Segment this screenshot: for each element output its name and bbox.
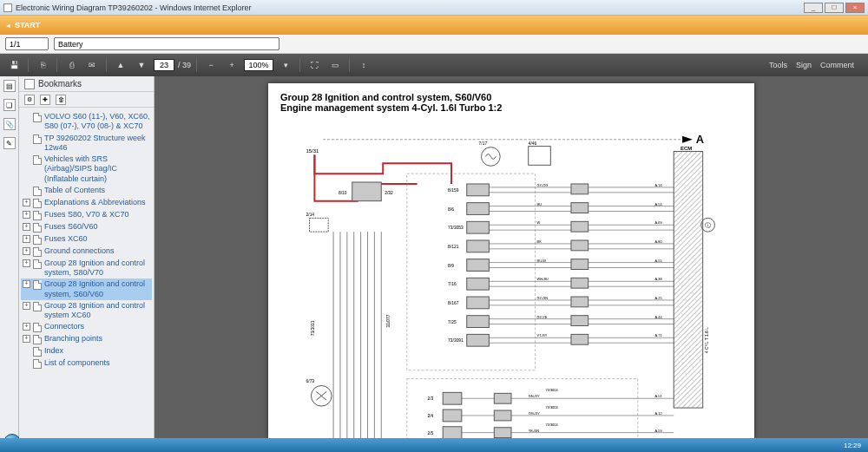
expand-icon[interactable]: + xyxy=(23,211,30,219)
bookmark-label: TP 39260202 Structure week 12w46 xyxy=(44,134,150,154)
zoom-in-button[interactable]: + xyxy=(223,57,240,73)
bookmark-item[interactable]: +Group 28 Ignition and control system, S… xyxy=(21,278,152,300)
print-icon[interactable]: ⎙ xyxy=(62,57,80,73)
svg-text:73/3011: 73/3011 xyxy=(311,320,315,336)
zoom-out-button[interactable]: − xyxy=(202,57,220,73)
bookmark-item[interactable]: +Fuses XC60 xyxy=(21,233,152,246)
bm-delete-icon[interactable]: 🗑 xyxy=(56,95,66,105)
comment-link[interactable]: Comment xyxy=(820,61,854,69)
bm-options-icon[interactable]: ⚙ xyxy=(24,95,35,105)
bookmark-label: Connectors xyxy=(44,322,150,331)
bookmark-item[interactable]: +Fuses S60/V60 xyxy=(21,221,152,233)
expand-icon[interactable]: + xyxy=(23,323,30,331)
fit-width-icon[interactable]: ⛶ xyxy=(306,57,323,73)
scroll-icon[interactable]: ↕ xyxy=(355,57,372,73)
expand-icon[interactable]: + xyxy=(23,247,30,255)
save-icon[interactable]: 💾 xyxy=(5,57,23,73)
svg-text:A.16: A.16 xyxy=(655,183,663,187)
expand-icon[interactable]: + xyxy=(23,280,30,288)
svg-rect-45 xyxy=(571,203,589,213)
page-icon xyxy=(33,187,42,196)
page-icon xyxy=(33,223,42,233)
svg-text:2/3: 2/3 xyxy=(427,396,433,401)
svg-text:A.38: A.38 xyxy=(655,277,663,281)
zoom-dropdown[interactable]: ▾ xyxy=(277,57,294,73)
nav-rail: ▤ ❏ 📎 ✎ xyxy=(0,76,19,438)
svg-rect-60 xyxy=(467,259,490,272)
close-button[interactable]: × xyxy=(845,3,865,13)
bookmark-item[interactable]: +Branching points xyxy=(21,333,152,345)
convert-icon[interactable]: ⎘ xyxy=(34,57,51,73)
signatures-icon[interactable]: ✎ xyxy=(3,137,16,149)
taskbar: 12:29 xyxy=(0,438,868,452)
bookmark-item[interactable]: List of components xyxy=(21,357,152,370)
zoom-field[interactable] xyxy=(244,59,273,71)
expand-icon[interactable]: + xyxy=(23,199,30,206)
page-icon xyxy=(33,155,42,165)
bookmark-item[interactable]: VOLVO S60 (11-), V60, XC60, S80 (07-), V… xyxy=(21,111,152,133)
bookmark-item[interactable]: +Ground connections xyxy=(21,246,152,258)
page-total: / 39 xyxy=(178,61,191,69)
bookmark-item[interactable]: +Group 28 Ignition and control system, S… xyxy=(21,258,152,279)
bookmark-item[interactable]: Index xyxy=(21,345,152,357)
bookmark-item[interactable]: TP 39260202 Structure week 12w46 xyxy=(21,133,152,154)
bm-new-icon[interactable]: ✚ xyxy=(40,95,50,105)
svg-rect-74 xyxy=(467,297,490,309)
svg-rect-53 xyxy=(467,240,490,252)
svg-rect-7 xyxy=(309,218,328,232)
svg-text:6/73: 6/73 xyxy=(306,379,315,383)
thumbnails-icon[interactable]: ▤ xyxy=(3,80,16,92)
bookmark-item[interactable]: +Fuses S80, V70 & XC70 xyxy=(21,209,152,221)
svg-rect-67 xyxy=(467,278,490,290)
search-index-field[interactable] xyxy=(5,37,49,50)
maximize-button[interactable]: □ xyxy=(825,3,844,13)
page-number-field[interactable] xyxy=(154,59,174,71)
bookmark-item[interactable]: +Explanations & Abbreviations xyxy=(21,197,152,209)
svg-text:8/167: 8/167 xyxy=(448,301,459,305)
svg-text:ⓘ: ⓘ xyxy=(705,222,711,228)
page-icon xyxy=(33,259,42,269)
next-page-button[interactable]: ▼ xyxy=(133,57,150,73)
svg-text:A.51: A.51 xyxy=(655,394,662,398)
bookmark-label: Table of Contents xyxy=(44,186,150,195)
svg-rect-87 xyxy=(571,316,589,326)
svg-text:2/4: 2/4 xyxy=(427,414,433,418)
read-mode-icon[interactable]: ▭ xyxy=(326,57,344,73)
svg-rect-59 xyxy=(571,240,589,251)
bookmark-label: Group 28 Ignition and control system XC6… xyxy=(44,301,150,321)
minimize-button[interactable]: _ xyxy=(804,3,823,13)
bookmark-item[interactable]: Vehicles with SRS (Airbag)/SIPS bag/IC (… xyxy=(21,154,152,185)
bookmarks-icon[interactable]: ❏ xyxy=(3,99,16,111)
expand-icon[interactable]: + xyxy=(23,223,30,231)
bookmark-label: Fuses XC60 xyxy=(44,234,150,244)
bookmark-label: Group 28 Ignition and control system, S8… xyxy=(44,259,150,278)
attachments-icon[interactable]: 📎 xyxy=(3,118,16,130)
sign-link[interactable]: Sign xyxy=(796,61,812,69)
expand-icon[interactable]: + xyxy=(23,235,30,243)
document-pane[interactable]: Group 28 Ignition and control system, S6… xyxy=(155,76,868,438)
page-icon xyxy=(33,347,42,357)
svg-text:2/32: 2/32 xyxy=(385,191,393,195)
expand-icon[interactable]: + xyxy=(23,335,30,343)
start-bar[interactable]: START xyxy=(0,16,868,35)
bookmark-item[interactable]: Table of Contents xyxy=(21,185,152,197)
bookmark-label: Group 28 Ignition and control system, S6… xyxy=(44,279,150,299)
expand-icon[interactable]: + xyxy=(23,259,30,267)
expand-icon[interactable]: + xyxy=(23,302,30,310)
svg-text:8/10: 8/10 xyxy=(339,191,347,195)
bookmark-item[interactable]: +Group 28 Ignition and control system XC… xyxy=(21,300,152,322)
page-icon xyxy=(33,113,42,122)
bookmark-item[interactable]: +Connectors xyxy=(21,321,152,333)
svg-text:WH-BU: WH-BU xyxy=(537,277,549,281)
mail-icon[interactable]: ✉ xyxy=(83,57,101,73)
svg-text:A.59: A.59 xyxy=(655,429,662,433)
svg-text:ECM: ECM xyxy=(681,146,692,151)
page-icon xyxy=(33,211,42,220)
search-term-field[interactable] xyxy=(54,37,279,50)
main-area: ▤ ❏ 📎 ✎ Bookmarks ⚙ ✚ 🗑 VOLVO S60 (11-),… xyxy=(0,76,868,438)
prev-page-button[interactable]: ▲ xyxy=(112,57,129,73)
tools-link[interactable]: Tools xyxy=(769,61,787,69)
bookmark-label: Fuses S80, V70 & XC70 xyxy=(44,210,150,219)
svg-text:A.55: A.55 xyxy=(655,259,663,263)
svg-text:BU: BU xyxy=(537,202,542,206)
